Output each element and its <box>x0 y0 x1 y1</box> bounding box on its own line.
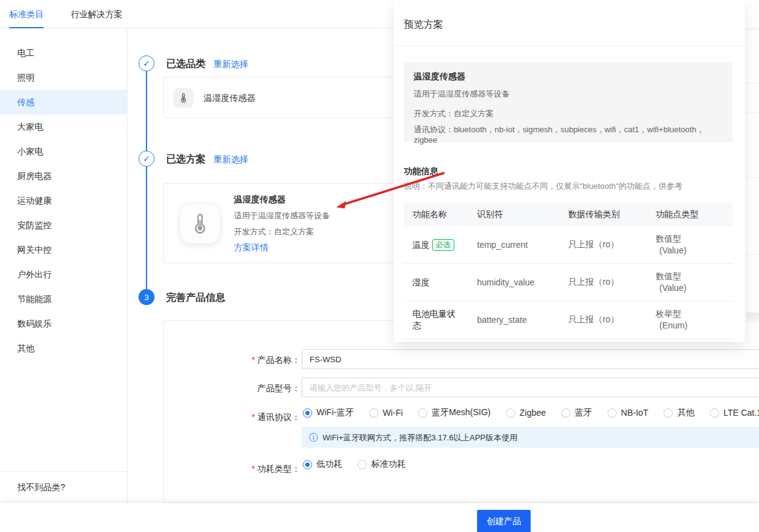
tab-industry-solution[interactable]: 行业解决方案 <box>71 0 122 28</box>
function-identifier: humidity_value <box>468 277 560 287</box>
step2-reselect-link[interactable]: 重新选择 <box>214 154 248 165</box>
radio-zigbee[interactable]: Zigbee <box>506 408 546 418</box>
required-tag: 必选 <box>432 239 454 251</box>
function-type: 枚举型 <box>656 308 733 320</box>
background-fragment <box>746 312 759 324</box>
radio-icon <box>710 408 719 418</box>
step3-number-badge: 3 <box>139 289 155 305</box>
thermometer-icon <box>180 203 220 244</box>
product-model-label: 产品型号： <box>233 383 300 394</box>
sidebar-item-kitchen[interactable]: 厨房电器 <box>0 164 127 188</box>
step2-title: 已选方案 <box>166 153 206 166</box>
sidebar-item-lighting[interactable]: 照明 <box>0 65 127 90</box>
function-name: 湿度 <box>412 277 430 288</box>
table-header-row: 功能名称 识别符 数据传输类别 功能点类型 <box>404 203 733 226</box>
step1-title: 已选品类 <box>166 58 206 71</box>
sidebar-item-other[interactable]: 其他 <box>0 336 127 360</box>
create-product-button[interactable]: 创建产品 <box>477 510 531 532</box>
preview-summary-box: 温湿度传感器 适用于温湿度传感器等设备 开发方式：自定义方案 通讯协议：blue… <box>404 62 733 142</box>
product-name-label: 产品名称： <box>233 355 300 366</box>
radio-wifi-ble[interactable]: WiFi-蓝牙 <box>303 407 354 418</box>
function-type-en: (Enum) <box>656 320 733 332</box>
sidebar-item-large-appliance[interactable]: 大家电 <box>0 114 127 139</box>
function-name: 电池电量状态 <box>412 308 460 332</box>
sidebar-item-health[interactable]: 运动健康 <box>0 188 127 213</box>
background-fragment <box>746 83 759 84</box>
col-datapoint-type: 功能点类型 <box>647 209 733 220</box>
protocol-radio-group: WiFi-蓝牙 Wi-Fi 蓝牙Mesh(SIG) Zigbee 蓝牙 NB-I… <box>303 407 759 418</box>
radio-icon <box>303 408 312 418</box>
radio-other[interactable]: 其他 <box>664 407 694 418</box>
col-identifier: 识别符 <box>468 209 560 220</box>
table-row: 电池电量状态 battery_state 只上报（ro） 枚举型(Enum) <box>404 301 733 339</box>
preview-solution-desc: 适用于温湿度传感器等设备 <box>414 89 723 100</box>
divider <box>394 46 745 46</box>
radio-icon <box>303 460 312 469</box>
function-type: 数值型 <box>656 271 733 282</box>
step3-title: 完善产品信息 <box>166 292 225 304</box>
function-type-en: (Value) <box>656 282 733 294</box>
radio-nbiot[interactable]: NB-IoT <box>608 408 648 418</box>
sidebar-item-gateway[interactable]: 网关中控 <box>0 237 127 262</box>
solution-detail-link[interactable]: 方案详情 <box>234 242 330 253</box>
selected-category-name: 温湿度传感器 <box>204 77 255 119</box>
background-fragment <box>746 30 759 30</box>
function-transfer: 只上报（ro） <box>560 314 647 325</box>
sidebar-item-outdoor[interactable]: 户外出行 <box>0 262 127 287</box>
sidebar-item-security[interactable]: 安防监控 <box>0 213 127 237</box>
preview-panel: 预览方案 温湿度传感器 适用于温湿度传感器等设备 开发方式：自定义方案 通讯协议… <box>394 0 745 342</box>
power-type-label: 功耗类型： <box>233 464 300 475</box>
sidebar-item-energy[interactable]: 节能能源 <box>0 287 127 311</box>
function-identifier: temp_current <box>468 240 560 250</box>
sidebar-item-electrical[interactable]: 电工 <box>0 41 127 65</box>
product-name-input[interactable] <box>302 349 759 369</box>
function-identifier: battery_state <box>468 315 560 325</box>
radio-standard-power[interactable]: 标准功耗 <box>358 459 406 470</box>
radio-icon <box>418 408 427 418</box>
info-icon: ⓘ <box>309 432 318 442</box>
table-row: 温度必选 temp_current 只上报（ro） 数值型(Value) <box>404 226 733 264</box>
radio-icon <box>608 408 617 418</box>
step1-reselect-link[interactable]: 重新选择 <box>214 59 248 70</box>
product-model-input[interactable] <box>302 378 759 397</box>
tab-standard-category[interactable]: 标准类目 <box>9 0 44 28</box>
radio-icon <box>358 460 367 469</box>
function-transfer: 只上报（ro） <box>560 239 647 250</box>
sidebar-item-entertainment[interactable]: 数码娱乐 <box>0 311 127 336</box>
solution-dev-mode: 开发方式：自定义方案 <box>234 226 330 237</box>
col-function-name: 功能名称 <box>404 209 468 220</box>
category-list: 电工 照明 传感 大家电 小家电 厨房电器 运动健康 安防监控 网关中控 户外出… <box>0 29 127 360</box>
radio-icon <box>664 408 673 418</box>
function-transfer: 只上报（ro） <box>560 277 647 288</box>
radio-ble[interactable]: 蓝牙 <box>561 407 592 418</box>
radio-icon <box>561 408 571 418</box>
function-type: 数值型 <box>656 233 733 245</box>
background-fragment <box>746 113 759 113</box>
background-fragment <box>746 254 759 255</box>
radio-icon <box>506 408 515 418</box>
solution-desc: 适用于温湿度传感器等设备 <box>234 210 330 221</box>
col-transfer-type: 数据传输类别 <box>560 209 647 220</box>
radio-ble-mesh[interactable]: 蓝牙Mesh(SIG) <box>418 407 491 418</box>
function-name: 温度 <box>412 239 430 251</box>
function-info-note: 说明：不同通讯能力可能支持功能点不同，仅展示"bluetooth"的功能点，供参… <box>404 181 683 192</box>
preview-solution-name: 温湿度传感器 <box>414 71 723 82</box>
preview-dev-mode: 开发方式：自定义方案 <box>414 108 723 119</box>
thermometer-icon <box>174 88 193 108</box>
radio-wifi[interactable]: Wi-Fi <box>369 408 403 418</box>
sidebar-item-sensor[interactable]: 传感 <box>0 90 127 114</box>
radio-icon <box>369 408 379 418</box>
function-table: 功能名称 识别符 数据传输类别 功能点类型 温度必选 temp_current … <box>404 203 733 339</box>
function-type-en: (Value) <box>656 245 733 256</box>
bottom-action-bar: 创建产品 <box>0 503 759 532</box>
radio-low-power[interactable]: 低功耗 <box>303 459 342 470</box>
solution-name: 温湿度传感器 <box>234 194 330 205</box>
category-sidebar: 电工 照明 传感 大家电 小家电 厨房电器 运动健康 安防监控 网关中控 户外出… <box>0 29 127 503</box>
cannot-find-category-link[interactable]: 找不到品类? <box>0 471 127 503</box>
preview-protocols: 通讯协议：bluetooth，nb-iot，sigmesh，subpieces，… <box>414 124 723 145</box>
sidebar-item-small-appliance[interactable]: 小家电 <box>0 139 127 164</box>
radio-lte-cat1[interactable]: LTE Cat.1 <box>710 408 759 418</box>
function-info-title: 功能信息 <box>404 166 438 177</box>
protocol-hint: ⓘWiFi+蓝牙联网方式，推荐搭配3.17.6以上APP版本使用 <box>302 427 759 448</box>
step2-check-icon: ✓ <box>139 151 155 167</box>
